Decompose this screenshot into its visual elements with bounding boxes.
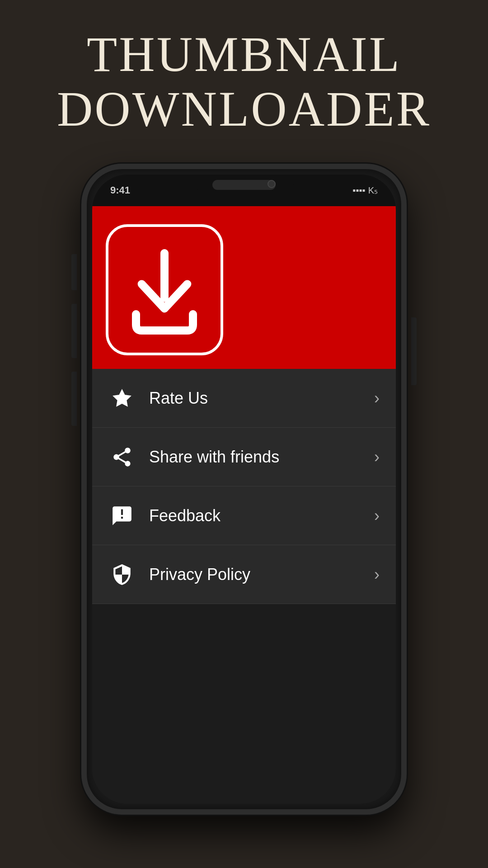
app-content: Rate Us › Share with friends › [92, 206, 396, 804]
privacy-label: Privacy Policy [149, 565, 374, 584]
menu-item-privacy[interactable]: Privacy Policy › [92, 545, 396, 604]
mute-button [71, 254, 77, 290]
privacy-chevron: › [374, 565, 380, 584]
phone-screen: 9:41 ▪▪▪▪ K₅ [92, 175, 396, 804]
app-logo-box [106, 224, 223, 355]
front-camera [267, 180, 276, 188]
menu-item-rate-us[interactable]: Rate Us › [92, 369, 396, 428]
feedback-chevron: › [374, 506, 380, 525]
star-icon [108, 385, 136, 412]
battery-icon: K₅ [368, 185, 378, 196]
rate-us-label: Rate Us [149, 389, 374, 408]
menu-item-feedback[interactable]: Feedback › [92, 486, 396, 545]
status-time: 9:41 [110, 184, 130, 196]
shield-icon [108, 561, 136, 588]
phone-frame: 9:41 ▪▪▪▪ K₅ [81, 164, 407, 815]
status-bar: 9:41 ▪▪▪▪ K₅ [92, 175, 396, 206]
share-icon [108, 443, 136, 471]
feedback-icon [108, 502, 136, 529]
notch-pill [212, 180, 276, 190]
volume-up-button [71, 304, 77, 358]
status-right-icons: ▪▪▪▪ K₅ [352, 185, 378, 196]
share-chevron: › [374, 448, 380, 467]
phone-mockup: 9:41 ▪▪▪▪ K₅ [81, 164, 407, 815]
notch [194, 175, 294, 193]
rate-us-chevron: › [374, 389, 380, 408]
menu-item-share[interactable]: Share with friends › [92, 428, 396, 486]
share-label: Share with friends [149, 448, 374, 467]
app-title: THUMBNAIL DOWNLOADER [57, 27, 431, 137]
feedback-label: Feedback [149, 506, 374, 525]
app-header [92, 206, 396, 369]
signal-icon: ▪▪▪▪ [352, 185, 365, 196]
menu-list: Rate Us › Share with friends › [92, 369, 396, 604]
volume-down-button [71, 372, 77, 426]
power-button [411, 317, 417, 385]
download-icon [124, 245, 205, 335]
